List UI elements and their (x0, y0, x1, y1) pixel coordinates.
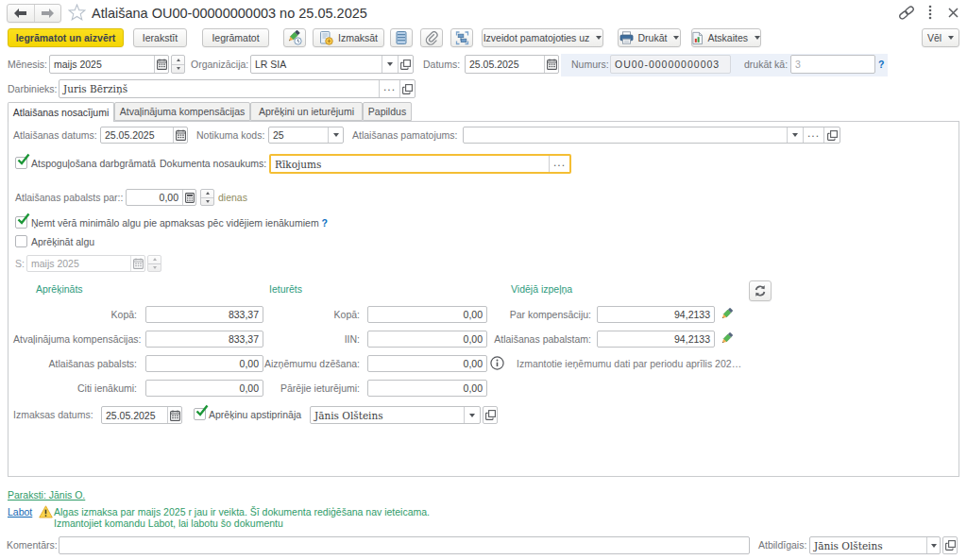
responsible-combo[interactable]: Jānis Olšteins (809, 536, 941, 554)
write-button[interactable]: Ierakstīt (133, 28, 187, 47)
page-title: Atlaišana OU00-00000000003 no 25.05.2025 (92, 3, 367, 24)
event-code-combo[interactable]: 25 (268, 127, 344, 144)
get-link-button[interactable] (898, 5, 915, 21)
tab-calculations-withholdings[interactable]: Aprēķini un ieturējumi (250, 102, 363, 121)
pay-date-calendar-button[interactable] (167, 407, 181, 423)
month-spinner[interactable] (171, 55, 185, 74)
link-icon (899, 6, 914, 20)
pencil-clock-icon (287, 30, 302, 45)
comment-field[interactable] (59, 536, 750, 554)
spin-down-button[interactable] (148, 264, 161, 272)
responsible-open-button[interactable] (942, 536, 958, 554)
edit-average-severance-button[interactable] (720, 331, 734, 346)
dismissal-date-calendar-button[interactable] (173, 127, 187, 143)
withheld-total-field[interactable]: 0,00 (367, 306, 487, 323)
approved-by-dropdown-button[interactable] (464, 407, 480, 423)
create-based-on-button[interactable]: Izveidot pamatojoties uz (482, 28, 603, 47)
employee-select-button[interactable]: ... (379, 80, 399, 97)
calc-salary-checkbox-label[interactable]: Aprēķināt algu (31, 235, 94, 248)
s-period-spinner[interactable] (147, 255, 161, 272)
pay-button[interactable]: Izmaksāt (313, 28, 384, 47)
pay-date-field[interactable]: 25.05.2025 (101, 406, 182, 424)
organization-dropdown-button[interactable] (382, 56, 398, 73)
withheld-loans-field[interactable]: 0,00 (367, 355, 487, 372)
star-icon (68, 4, 86, 21)
spin-up-button[interactable] (201, 190, 213, 198)
benefit-days-calculator-button[interactable] (182, 190, 195, 205)
average-info-icon (490, 356, 504, 370)
print-button[interactable]: Drukāt (618, 28, 681, 47)
spin-up-button[interactable] (148, 256, 161, 264)
employee-open-button[interactable] (399, 80, 415, 97)
employee-field[interactable]: Juris Bērziņš ... (59, 79, 416, 98)
dismissal-reason-combo[interactable]: ... (463, 127, 840, 144)
organization-combo[interactable]: LR SIA (250, 55, 414, 74)
approved-by-combo[interactable]: Jānis Olšteins (310, 406, 481, 424)
signatures-link[interactable]: Paraksti: Jānis O. (8, 489, 85, 501)
s-period-calendar-button[interactable] (130, 256, 144, 271)
post-and-close-button[interactable]: Iegrāmatot un aizvērt (8, 28, 124, 47)
average-severance-field[interactable]: 94,2133 (597, 331, 715, 348)
workbook-checkbox-label[interactable]: Atspoguļošana darbgrāmatā (31, 157, 156, 170)
doc-name-select-button[interactable]: ... (549, 156, 569, 172)
close-button[interactable] (946, 5, 959, 20)
edit-average-compensation-button[interactable] (720, 307, 734, 321)
attachments-button[interactable] (420, 28, 443, 47)
approved-checkbox[interactable] (194, 408, 206, 420)
approved-checkbox-label[interactable]: Aprēķinu apstiprināja (209, 408, 301, 421)
tab-additional[interactable]: Papildus (363, 102, 412, 121)
warning-icon (39, 505, 53, 518)
tab-dismissal-conditions[interactable]: Atlaišanas nosacījumi (8, 102, 114, 122)
spin-down-button[interactable] (201, 198, 213, 206)
spin-up-button[interactable] (172, 56, 184, 65)
forward-button[interactable] (35, 5, 61, 22)
s-period-field[interactable]: maijs 2025 (26, 255, 145, 272)
reports-button[interactable]: Atskaites (691, 28, 761, 47)
refresh-average-button[interactable] (749, 280, 772, 301)
post-with-time-button[interactable] (283, 28, 306, 47)
print-as-label: drukāt kā: (744, 55, 788, 74)
doc-name-field[interactable]: Rīkojums ... (269, 154, 571, 174)
min-wage-checkbox[interactable] (15, 216, 27, 229)
event-code-dropdown-button[interactable] (328, 127, 343, 143)
back-button[interactable] (8, 5, 35, 22)
doc-name-label: Dokumenta nosaukums: (160, 157, 266, 170)
dismissal-reason-select-button[interactable]: ... (803, 127, 823, 143)
withheld-other-field[interactable]: 0,00 (367, 380, 487, 397)
print-as-field[interactable]: 3 (790, 55, 875, 74)
date-calendar-button[interactable] (544, 56, 558, 73)
withheld-iin-field[interactable]: 0,00 (367, 331, 487, 348)
benefit-days-field[interactable]: 0,00 (126, 189, 196, 206)
dismissal-date-field[interactable]: 25.05.2025 (100, 127, 188, 144)
month-field[interactable]: maijs 2025 (49, 55, 169, 74)
document-structure-button[interactable] (450, 28, 473, 47)
calc-salary-checkbox[interactable] (15, 235, 27, 247)
favorite-button[interactable] (67, 3, 86, 22)
approved-by-open-button[interactable] (483, 406, 498, 424)
benefit-days-spinner[interactable] (200, 189, 214, 206)
organization-open-button[interactable] (398, 56, 413, 73)
tab-vacation-compensations[interactable]: Atvaļinājuma kompensācijas (114, 102, 250, 121)
dropdown-caret (333, 133, 339, 137)
register-records-button[interactable] (390, 28, 413, 47)
date-field[interactable]: 25.05.2025 (465, 55, 559, 74)
workbook-checkbox[interactable] (15, 157, 27, 169)
more-button[interactable]: Vēl (922, 28, 959, 47)
window-menu-button[interactable] (925, 4, 936, 21)
s-period-label: S: (15, 255, 25, 272)
min-wage-checkbox-label[interactable]: Ņemt vērā minimālo algu pie apmaksas pēc… (31, 216, 328, 229)
min-wage-help-link[interactable]: ? (322, 217, 328, 229)
dismissal-reason-dropdown-button[interactable] (787, 127, 803, 143)
spin-down-button[interactable] (172, 65, 184, 74)
withheld-row-label: IIN: (246, 331, 360, 348)
checkmark-icon (16, 212, 31, 228)
checkmark-icon (16, 153, 31, 168)
print-as-help-link[interactable]: ? (878, 55, 884, 74)
edit-link[interactable]: Labot (8, 506, 32, 518)
month-calendar-button[interactable] (154, 56, 168, 73)
responsible-dropdown-button[interactable] (926, 537, 940, 553)
post-button[interactable]: Iegrāmatot (202, 28, 269, 47)
dismissal-reason-open-button[interactable] (823, 127, 840, 143)
number-field[interactable]: OU00-00000000003 (610, 55, 731, 74)
average-compensation-field[interactable]: 94,2133 (597, 306, 715, 323)
